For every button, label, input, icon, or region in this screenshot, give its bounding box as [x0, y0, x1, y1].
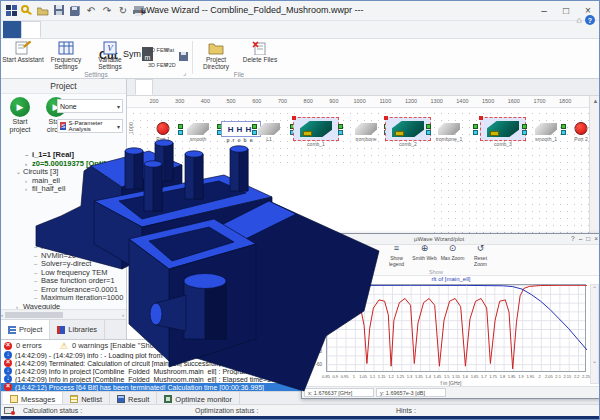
panel-tab[interactable]: Libraries [50, 320, 105, 339]
schematic-tab[interactable] [169, 79, 185, 95]
ribbon-tab[interactable] [59, 21, 77, 38]
schematic-component[interactable]: L1 [258, 123, 280, 135]
refresh-icon[interactable]: ↻ [117, 5, 129, 17]
variable-filter-dropdown[interactable]: None ▾ [57, 99, 123, 113]
message-text: (14:42:09) Info in project [Combline_Fol… [15, 376, 316, 383]
start-project-button[interactable]: ▶ Start project [3, 97, 37, 134]
plot-area[interactable] [326, 284, 586, 372]
scroll-right-icon[interactable]: › [122, 312, 126, 318]
ribbon-tab[interactable] [41, 21, 59, 38]
ribbon-tab[interactable] [77, 21, 95, 38]
s-parameter-icon: S [60, 122, 66, 130]
plot-tool-button[interactable]: ↺Reset Zoom [468, 246, 493, 267]
open-project-icon[interactable] [37, 5, 49, 17]
x-tick-label: 1.9 [518, 374, 524, 379]
tree-item[interactable]: –Maximum iteration=1000 [3, 294, 125, 303]
ribbon-tab[interactable] [21, 21, 41, 38]
home-icon[interactable]: ⌂ [577, 15, 582, 25]
tree-item[interactable]: ›z0=5.00019375 [Opti] [3, 160, 125, 169]
schematic-component[interactable]: trombone_1 [438, 123, 460, 135]
tree-expand-icon[interactable]: – [34, 269, 41, 278]
x-tick-label: 1.6 [463, 374, 469, 379]
license-key-icon[interactable] [21, 5, 33, 17]
ribbon-tab[interactable] [95, 21, 113, 38]
plot-toolbar: ≡Show legend⊕Smith Web⊙Max Zoom↺Reset Zo… [302, 245, 600, 276]
schematic-component[interactable]: smooth [187, 123, 209, 135]
minimize-button[interactable]: – [533, 1, 555, 19]
panel-tab[interactable]: Project [1, 320, 50, 339]
schematic-tab[interactable] [135, 79, 153, 95]
x-tick-label: 1.2 [388, 374, 394, 379]
component-label: probe [227, 137, 256, 143]
plot-help-icon[interactable]: ? [571, 235, 575, 242]
variable-settings-button[interactable]: V Variable Settings [89, 40, 131, 70]
start-assistant-icon [15, 41, 31, 55]
plot-vscrollbar[interactable]: ⌃⌄ [590, 284, 599, 384]
scroll-left-icon[interactable]: ‹ [1, 312, 3, 318]
help-icon[interactable]: ? [585, 15, 595, 25]
ribbon-tab[interactable] [3, 21, 21, 38]
save-all-icon[interactable] [69, 5, 81, 17]
scrollbar-thumb[interactable] [5, 312, 63, 318]
project-panel-hscrollbar[interactable]: ‹› [1, 309, 126, 319]
tab-lib-icon [57, 326, 65, 334]
x-tick-label: 1.5 [444, 374, 450, 379]
tree-expand-icon[interactable]: › [25, 177, 32, 186]
cursor-y-readout: y: 1.69657e-3 [dB] [376, 388, 446, 397]
3d-view-background [127, 167, 303, 339]
component-label: smooth_1 [535, 136, 557, 142]
tree-expand-icon[interactable]: – [25, 151, 32, 160]
y-tick-label: -50 [304, 349, 322, 354]
connector[interactable] [426, 124, 432, 135]
schematic-port[interactable]: Port 2 [575, 122, 588, 135]
tree-expand-icon[interactable]: – [34, 260, 41, 269]
plot-tool-button[interactable]: ≡Show legend [384, 246, 409, 267]
connector[interactable] [522, 124, 528, 135]
undo-icon[interactable]: ↶ [85, 5, 97, 17]
bin-export-button[interactable] [178, 50, 192, 63]
tree-expand-icon[interactable]: ⌄ [16, 168, 23, 177]
tree-item[interactable]: ›fil_half_ell [3, 185, 125, 194]
connector[interactable] [473, 124, 479, 135]
connector[interactable] [338, 124, 344, 135]
info-icon [4, 375, 12, 383]
tree-item[interactable]: ⌄Circuits [3] [3, 168, 125, 177]
plot-tool-label: Show legend [389, 255, 404, 267]
schematic-component[interactable]: smooth_1 [535, 123, 557, 135]
tree-expand-icon[interactable]: – [34, 286, 41, 295]
x-tick-label: 1.55 [452, 374, 460, 379]
x-tick-label: 1 [353, 374, 355, 379]
component-label: comb_2 [399, 141, 417, 147]
redo-icon[interactable]: ↷ [101, 5, 113, 17]
delete-files-button[interactable]: Delete Files [239, 40, 281, 70]
schematic-component[interactable]: trombone [355, 123, 377, 135]
schematic-port[interactable]: Port 1 [157, 122, 170, 135]
connector[interactable] [561, 124, 567, 135]
tree-item-label: fil_half_ell [32, 184, 65, 193]
tree-expand-icon[interactable]: – [34, 243, 41, 252]
plot-maximize-button[interactable]: □ [586, 235, 590, 242]
cursor-x-readout: x: 1.676637 [GHz] [304, 388, 374, 397]
plot-close-button[interactable]: × [594, 235, 598, 242]
analysis-type-dropdown[interactable]: S S-Parameter Analysis ▾ [57, 119, 123, 133]
schematic-comb-element-selected[interactable]: comb_1 [293, 117, 339, 141]
plot-tool-button[interactable]: ⊕Smith Web [412, 246, 437, 267]
tree-expand-icon[interactable]: – [34, 277, 41, 286]
plot-tool-button[interactable]: ⊙Max Zoom [440, 246, 465, 267]
start-assistant-button[interactable]: Start Assistant [2, 40, 44, 70]
component-label: L1 [266, 136, 272, 142]
plot-minimize-button[interactable]: – [579, 235, 583, 242]
plot-window[interactable]: µWave Wizard/plot ? – □ × ≡Show legend⊕S… [301, 233, 600, 399]
schematic-comb-element-selected[interactable]: comb_3 [480, 117, 526, 141]
selection-handle-icon [292, 116, 296, 120]
schematic-tab[interactable] [153, 79, 169, 95]
save-icon[interactable] [53, 5, 65, 17]
tree-expand-icon[interactable]: – [34, 252, 41, 261]
project-directory-button[interactable]: Project Directory [195, 40, 237, 70]
frequency-settings-button[interactable]: Frequency Settings [45, 40, 87, 70]
tree-expand-icon[interactable]: › [25, 185, 32, 194]
maximize-button[interactable]: □ [555, 1, 577, 19]
schematic-comb-element-selected[interactable]: comb_2 [385, 117, 431, 141]
connector[interactable] [178, 124, 184, 135]
ribbon-tab[interactable] [113, 21, 131, 38]
